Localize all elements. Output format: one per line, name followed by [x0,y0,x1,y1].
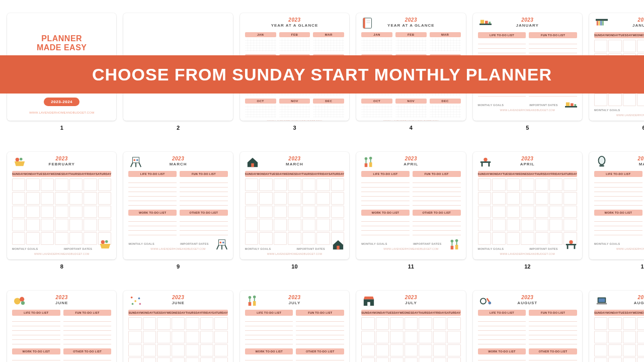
svg-rect-55 [567,245,569,249]
svg-point-75 [138,298,140,300]
page-number: 13 [641,263,644,269]
headline-banner: CHOOSE FROM SUNDAY START MONTHLY PLANNER [0,55,644,94]
work-todo-header: WORK TO-DO LIST [478,348,526,354]
svg-rect-40 [251,163,254,167]
planner-page-thumb[interactable]: 2023 AUGUST LIFE TO-DO LIST FUN TO-DO LI… [473,291,582,362]
fun-todo-header: FUN TO-DO LIST [413,171,461,177]
svg-rect-46 [450,246,453,249]
fun-todo-header: FUN TO-DO LIST [180,171,228,177]
page-year: 2023 [379,295,442,300]
cover-site: WWW.LAVENDERHOMEANDBUDGET.COM [29,111,95,114]
svg-rect-6 [485,21,488,24]
planner-page-thumb[interactable]: 2023 JULY SUNDAYMONDAYTUESDAYWEDNESDAYTH… [356,291,465,362]
page-footer-site: WWW.LAVENDERHOMEANDBUDGET.COM [128,247,227,250]
svg-point-76 [135,300,137,302]
dow-header: SUNDAYMONDAYTUESDAYWEDNESDAYTHURSDAYFRID… [12,171,111,177]
svg-rect-1 [363,18,365,28]
svg-rect-10 [571,103,574,106]
dow-header: SUNDAYMONDAYTUESDAYWEDNESDAYTHURSDAYFRID… [361,310,460,316]
dow-header: SUNDAYMONDAYTUESDAYWEDNESDAYTHURSDAYFRID… [594,310,644,316]
thumbnail-cell: 2023 APRIL LIFE TO-DO LIST FUN TO-DO LIS… [356,152,465,288]
svg-rect-9 [566,103,570,106]
dow-header: SUNDAYMONDAYTUESDAYWEDNESDAYTHURSDAYFRID… [245,171,344,177]
page-year: 2023 [30,156,93,161]
planner-page-thumb[interactable]: 2023 MARCH LIFE TO-DO LIST FUN TO-DO LIS… [123,152,232,259]
work-todo-header: WORK TO-DO LIST [361,210,410,216]
monthly-goals-label: MONTHLY GOALS [361,242,409,245]
page-number: 8 [60,263,63,269]
planner-page-thumb[interactable]: 2023 APRIL SUNDAYMONDAYTUESDAYWEDNESDAYT… [473,152,582,259]
svg-rect-13 [597,21,598,25]
planner-page-thumb[interactable]: 2023 MARCH SUNDAYMONDAYTUESDAYWEDNESDAYT… [240,152,349,259]
thumbnail-cell: 2023 AUGUST SUNDAYMONDAYTUESDAYWEDNESDAY… [589,291,644,362]
page-month: JULY [263,301,326,305]
svg-point-32 [101,240,105,244]
other-todo-header: OTHER TO-DO LIST [63,348,112,354]
page-year: 2023 [263,17,326,23]
notebook-icon [361,17,376,29]
planner-page-thumb[interactable]: 2023 MAY LIFE TO-DO LIST FUN TO-DO LIST … [589,152,644,259]
planner-page-thumb[interactable]: 2023 JUNE LIFE TO-DO LIST FUN TO-DO LIST… [7,291,116,362]
page-year: 2023 [496,295,559,300]
thumbnail-cell: 2023 JUNE SUNDAYMONDAYTUESDAYWEDNESDAYTH… [123,291,232,362]
page-month: JANUARY [612,23,644,28]
calendar-grid [594,317,644,362]
planner-page-thumb[interactable]: 2023 AUGUST SUNDAYMONDAYTUESDAYWEDNESDAY… [589,291,644,362]
basket-icon [12,156,27,168]
page-footer-site: WWW.LAVENDERHOMEANDBUDGET.COM [361,120,460,121]
thumbnail-cell: 2023 MARCH LIFE TO-DO LIST FUN TO-DO LIS… [123,152,232,288]
page-footer-site: WWW.LAVENDERHOMEANDBUDGET.COM [478,252,577,255]
page-year: 2023 [496,17,559,23]
planner-page-thumb[interactable]: 2023 APRIL LIFE TO-DO LIST FUN TO-DO LIS… [356,152,465,259]
svg-point-87 [253,296,256,299]
fun-todo-header: FUN TO-DO LIST [63,310,112,316]
page-month: FEBRUARY [30,162,93,166]
yag-month-label: OCT [361,99,392,104]
page-month: JULY [379,301,442,305]
monthly-goals-label: MONTHLY GOALS [245,247,293,250]
svg-point-38 [219,241,221,243]
svg-point-30 [16,158,19,161]
svg-rect-51 [481,163,482,166]
yag-month-label: MAR [313,32,344,37]
svg-point-45 [369,157,372,160]
svg-rect-52 [488,163,490,166]
page-month: APRIL [496,162,559,166]
life-todo-header: LIFE TO-DO LIST [361,171,410,177]
page-year: 2023 [263,295,326,300]
cover-year-pill: 2023-2024 [44,98,79,106]
calendar-grid [478,178,577,245]
planner-page-thumb[interactable]: 2023 FEBRUARY SUNDAYMONDAYTUESDAYWEDNESD… [7,152,116,259]
yag-month-label: JAN [361,32,392,37]
monthly-goals-label: MONTHLY GOALS [594,242,642,245]
svg-rect-48 [455,245,458,249]
svg-point-69 [20,297,24,302]
monthly-goals-label: MONTHLY GOALS [478,104,526,107]
svg-point-78 [139,303,141,305]
thumbnail-cell: 2023 MAY LIFE TO-DO LIST FUN TO-DO LIST … [589,152,644,288]
page-year: 2023 [612,295,644,300]
page-footer-site: WWW.LAVENDERHOMEANDBUDGET.COM [594,247,644,250]
planner-page-thumb[interactable]: 2023 JUNE SUNDAYMONDAYTUESDAYWEDNESDAYTH… [123,291,232,362]
planner-page-thumb[interactable]: 2023 JULY LIFE TO-DO LIST FUN TO-DO LIST… [240,291,349,362]
svg-point-31 [20,158,23,161]
svg-point-96 [480,298,486,304]
svg-point-53 [484,158,487,161]
svg-rect-14 [598,21,600,25]
svg-rect-86 [253,301,256,306]
laptop-icon [594,295,609,307]
svg-rect-44 [369,162,372,167]
thumbnail-cell: 2023 FEBRUARY SUNDAYMONDAYTUESDAYWEDNESD… [7,152,116,288]
svg-rect-5 [480,20,484,24]
shop-icon [361,295,376,307]
sport-icon [478,295,493,307]
corner-illustration-icon [215,238,229,250]
page-year: 2023 [30,295,93,300]
svg-point-85 [248,296,251,299]
headline-text: CHOOSE FROM SUNDAY START MONTHLY PLANNER [92,65,552,84]
yag-month-label: JAN [245,32,276,37]
yag-month-label: DEC [430,99,461,104]
svg-rect-4 [479,24,492,25]
svg-point-39 [222,241,224,243]
page-month: JUNE [146,301,209,305]
